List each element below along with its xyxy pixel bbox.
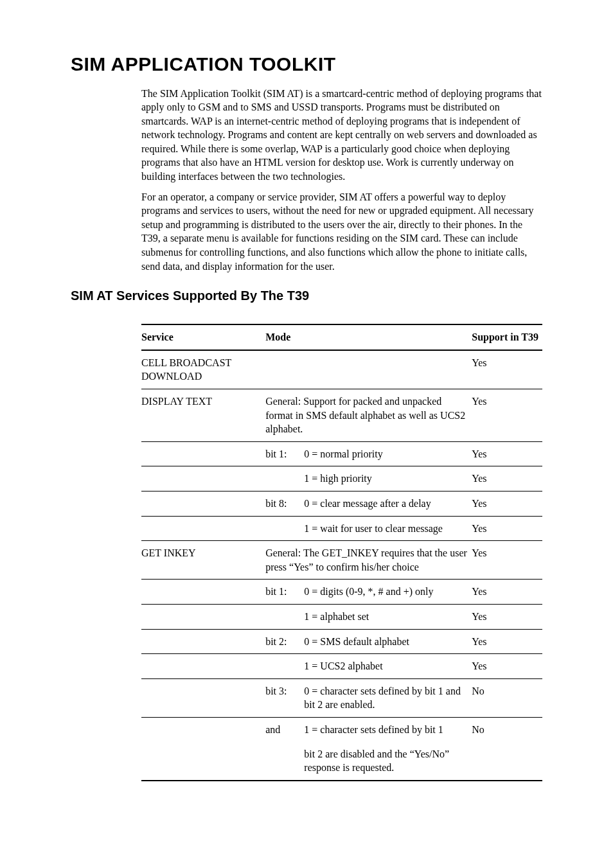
cell-desc: bit 2 are disabled and the “Yes/No” resp…	[304, 742, 472, 781]
cell-service: DISPLAY TEXT	[141, 389, 265, 442]
page-title: SIM APPLICATION TOOLKIT	[71, 51, 542, 78]
cell-desc: 0 = SMS default alphabet	[304, 629, 472, 654]
cell-desc: 0 = digits (0-9, *, # and +) only	[304, 580, 472, 605]
table-row: bit 2 are disabled and the “Yes/No” resp…	[141, 742, 542, 781]
intro-para-2: For an operator, a company or service pr…	[141, 190, 542, 274]
cell-bit: bit 1:	[265, 580, 304, 605]
cell-support: Yes	[472, 580, 542, 605]
cell-desc: 1 = alphabet set	[304, 604, 472, 629]
cell-support: No	[472, 717, 542, 741]
cell-bit	[265, 466, 304, 492]
cell-desc: 0 = clear message after a delay	[304, 491, 472, 516]
table-row: bit 3: 0 = character sets defined by bit…	[141, 678, 542, 717]
cell-support: Yes	[472, 350, 542, 389]
cell-desc: 1 = UCS2 alphabet	[304, 654, 472, 679]
cell-bit: bit 1:	[265, 441, 304, 466]
services-table: Service Mode Support in T39 CELL BROADCA…	[141, 324, 542, 781]
cell-desc: 0 = character sets defined by bit 1 and …	[304, 678, 472, 717]
header-service: Service	[141, 324, 265, 350]
cell-bit	[265, 516, 304, 541]
table-header-row: Service Mode Support in T39	[141, 324, 542, 350]
section-title: SIM AT Services Supported By The T39	[71, 287, 542, 305]
cell-desc: 1 = high priority	[304, 466, 472, 492]
cell-bit: and	[265, 717, 304, 741]
cell-desc: General: Support for packed and unpacked…	[265, 389, 472, 442]
table-row: GET INKEY General: The GET_INKEY require…	[141, 541, 542, 580]
cell-desc: 0 = normal priority	[304, 441, 472, 466]
cell-bit	[265, 742, 304, 781]
table-row: DISPLAY TEXT General: Support for packed…	[141, 389, 542, 442]
table-row: 1 = UCS2 alphabet Yes	[141, 654, 542, 679]
cell-bit: bit 2:	[265, 629, 304, 654]
cell-support: No	[472, 678, 542, 717]
table-row: 1 = high priority Yes	[141, 466, 542, 492]
cell-support: Yes	[472, 604, 542, 629]
cell-bit: bit 8:	[265, 491, 304, 516]
cell-bit	[265, 654, 304, 679]
cell-support: Yes	[472, 441, 542, 466]
table-row: and 1 = character sets defined by bit 1 …	[141, 717, 542, 741]
intro-block: The SIM Application Toolkit (SIM AT) is …	[141, 87, 542, 274]
cell-support: Yes	[472, 466, 542, 492]
header-mode: Mode	[265, 324, 472, 350]
cell-desc: General: The GET_INKEY requires that the…	[265, 541, 472, 580]
cell-desc: 1 = wait for user to clear message	[304, 516, 472, 541]
cell-support: Yes	[472, 516, 542, 541]
cell-bit	[265, 350, 304, 389]
cell-service: CELL BROADCAST DOWNLOAD	[141, 350, 265, 389]
table-row: bit 1: 0 = digits (0-9, *, # and +) only…	[141, 580, 542, 605]
cell-support: Yes	[472, 654, 542, 679]
cell-support: Yes	[472, 629, 542, 654]
intro-para-1: The SIM Application Toolkit (SIM AT) is …	[141, 87, 542, 184]
cell-desc: 1 = character sets defined by bit 1	[304, 717, 472, 741]
cell-service: GET INKEY	[141, 541, 265, 580]
table-row: 1 = wait for user to clear message Yes	[141, 516, 542, 541]
cell-support: Yes	[472, 541, 542, 580]
table-row: bit 2: 0 = SMS default alphabet Yes	[141, 629, 542, 654]
table-row: 1 = alphabet set Yes	[141, 604, 542, 629]
cell-support: Yes	[472, 491, 542, 516]
cell-bit	[265, 604, 304, 629]
table-row: bit 1: 0 = normal priority Yes	[141, 441, 542, 466]
cell-support	[472, 742, 542, 781]
cell-support: Yes	[472, 389, 542, 442]
cell-bit: bit 3:	[265, 678, 304, 717]
table-row: bit 8: 0 = clear message after a delay Y…	[141, 491, 542, 516]
table-row: CELL BROADCAST DOWNLOAD Yes	[141, 350, 542, 389]
header-support: Support in T39	[472, 324, 542, 350]
cell-desc	[304, 350, 472, 389]
